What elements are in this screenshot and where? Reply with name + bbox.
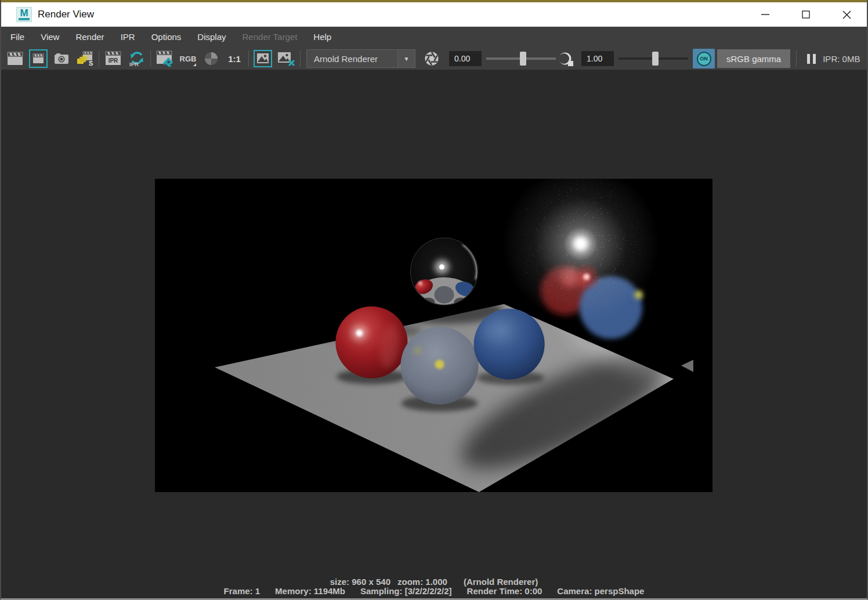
toolbar-separator [796,50,797,67]
minimize-button[interactable] [745,2,786,27]
boxed-clapperboard-icon [29,49,48,68]
menubar: File View Render IPR Options Display Ren… [1,27,867,48]
ipr-render-button[interactable]: IPR [102,48,125,69]
statusbar: size: 960 x 540 zoom: 1.000 (Arnold Rend… [1,577,867,596]
redo-previous-render-button[interactable] [27,48,50,69]
status-size: size: 960 x 540 [330,577,390,587]
status-camera: Camera: perspShape [557,587,644,596]
exposure-slider[interactable] [486,51,556,66]
snapshot-s-label: S [89,60,93,67]
close-button[interactable] [826,2,867,27]
camera-icon [54,53,69,64]
titlebar: M Render View [1,2,867,27]
color-management-select[interactable]: sRGB gamma [717,49,790,68]
keep-image-sequence-icon: S [76,50,93,67]
rendered-image[interactable] [155,179,713,492]
menu-file[interactable]: File [2,27,32,48]
ipr-clapper-label: IPR [108,57,118,64]
aperture-icon [424,50,440,67]
alpha-quadrant-icon [204,51,219,66]
renderer-select-value: Arnold Renderer [307,54,397,64]
gamma-button[interactable] [556,48,576,69]
ratio-label: 1:1 [228,54,241,64]
toolbar-separator [150,50,151,67]
window-controls [745,2,867,27]
snapshot-button[interactable] [50,48,73,69]
ipr-refresh-button[interactable]: IPR [125,48,148,69]
menu-render[interactable]: Render [67,27,112,48]
chevron-down-icon: ▼ [397,50,415,67]
maya-logo-bar [19,18,30,20]
pause-icon [813,54,816,64]
alpha-channel-button[interactable] [200,48,223,69]
status-memory: Memory: 1194Mb [275,587,345,596]
toolbar-separator [99,50,99,67]
menu-help[interactable]: Help [305,27,339,48]
ipr-clapperboard-icon: IPR [104,51,122,66]
snapshot-sequence-button[interactable]: S [73,48,96,69]
toolbar-separator [300,50,301,67]
maya-logo-icon: M [16,7,32,22]
exposure-slider-thumb[interactable] [520,52,526,66]
status-renderer: (Arnold Renderer) [464,577,538,587]
exposure-field[interactable]: 0.00 [449,51,482,66]
ipr-memory-label: IPR: 0MB [823,54,860,64]
toolbar: S IPR IPR [1,48,867,71]
render-view-window: M Render View File View Render IPR Optio… [0,0,868,600]
ipr-refresh-label: IPR [129,61,139,67]
render-viewport: size: 960 x 540 zoom: 1.000 (Arnold Rend… [1,71,867,598]
remove-image-button[interactable] [274,48,298,69]
menu-render-target: Render Target [234,27,306,48]
maya-logo-letter: M [20,9,28,18]
status-frame: Frame: 1 [224,587,261,596]
contrast-icon [558,51,574,67]
menu-ipr[interactable]: IPR [113,27,143,48]
close-icon [842,10,851,19]
menu-options[interactable]: Options [143,27,190,48]
actual-size-button[interactable]: 1:1 [223,48,246,69]
keep-image-button[interactable] [251,48,274,69]
menu-view[interactable]: View [32,27,67,48]
pause-icon [807,54,810,64]
status-line-1: size: 960 x 540 zoom: 1.000 (Arnold Rend… [1,577,867,587]
render-current-frame-button[interactable] [3,48,27,69]
toolbar-separator [248,50,249,67]
menu-display[interactable]: Display [189,27,234,48]
status-zoom: zoom: 1.000 [397,577,447,587]
remove-image-icon [276,50,296,67]
gamma-slider-thumb[interactable] [652,52,659,66]
rgb-channels-button[interactable]: RGB [176,48,200,69]
on-toggle-icon: ON [697,52,711,66]
dropdown-corner-icon [193,63,196,66]
gamma-slider[interactable] [619,51,688,66]
maximize-icon [802,10,810,19]
render-settings-icon [155,50,174,67]
render-settings-button[interactable] [153,48,176,69]
rgb-label: RGB [180,55,197,63]
x-mark-icon [289,60,294,66]
maximize-button[interactable] [786,2,826,27]
pause-ipr-button[interactable] [807,54,816,64]
status-sampling: Sampling: [3/2/2/2/2/2] [360,587,452,596]
gamma-field[interactable]: 1.00 [581,51,614,66]
render-clapperboard-icon [7,52,23,66]
color-management-toggle[interactable]: ON [693,49,715,68]
window-title: Render View [38,9,94,20]
renderer-select[interactable]: Arnold Renderer ▼ [306,49,415,68]
minimize-icon [761,10,769,19]
status-render-time: Render Time: 0:00 [467,587,542,596]
keep-image-icon [254,50,272,67]
ipr-refresh-icon: IPR [127,50,146,67]
status-line-2: Frame: 1 Memory: 1194Mb Sampling: [3/2/2… [1,587,867,596]
exposure-button[interactable] [420,48,443,69]
